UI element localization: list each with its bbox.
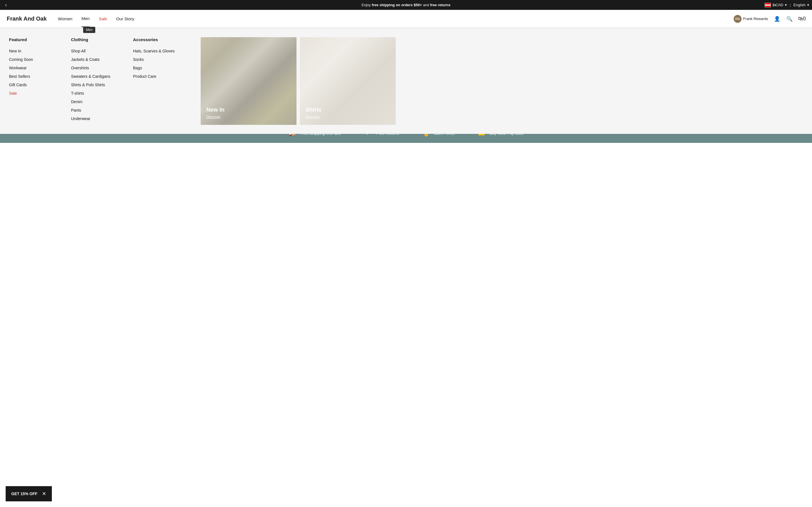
menu-item-bags[interactable]: Bags [133, 66, 189, 70]
currency-language-selector[interactable]: $ CAD ▾ | English ▾ [765, 3, 809, 7]
menu-item-product-care[interactable]: Product Care [133, 74, 189, 78]
new-in-label: New In Discover [206, 107, 224, 119]
cart-icon[interactable]: 🛍 0 [799, 15, 805, 22]
nav-item-sale[interactable]: Sale [99, 11, 107, 27]
menu-item-overshirts[interactable]: Overshirts [71, 66, 127, 70]
menu-item-denim[interactable]: Denim [71, 100, 127, 104]
frank-rewards-button[interactable]: FO Frank Rewards [734, 15, 768, 23]
language-label[interactable]: English [794, 3, 806, 7]
menu-item-workwear[interactable]: Workwear [9, 66, 65, 70]
menu-item-best-sellers[interactable]: Best Sellers [9, 74, 65, 78]
menu-col-featured: Featured New In Coming Soon Workwear Bes… [9, 37, 71, 125]
menu-item-gift-cards[interactable]: Gift Cards [9, 82, 65, 87]
menu-item-underwear[interactable]: Underwear [71, 116, 127, 121]
language-chevron-icon: ▾ [807, 3, 809, 7]
menu-item-hats[interactable]: Hats, Scarves & Gloves [133, 49, 189, 53]
main-nav: Women Men Sale Our Story [58, 10, 734, 27]
account-icon[interactable]: 👤 [774, 15, 780, 22]
new-in-title: New In [206, 107, 224, 113]
announcement-prev-button[interactable]: ‹ [3, 1, 9, 9]
shirts-discover[interactable]: Discover [305, 115, 320, 119]
header-right: FO Frank Rewards 👤 🔍 🛍 0 [734, 15, 805, 23]
cart-count: 0 [803, 16, 806, 22]
menu-item-new-in[interactable]: New In [9, 49, 65, 53]
menu-accessories-title: Accessories [133, 37, 189, 43]
announcement-bold2: free returns [430, 3, 450, 7]
announcement-bar: ‹ Enjoy free shipping on orders $50+ and… [0, 0, 812, 10]
menu-item-coming-soon[interactable]: Coming Soon [9, 57, 65, 62]
menu-col-clothing: Clothing Shop All Jackets & Coats Oversh… [71, 37, 133, 125]
rewards-icon: FO [734, 15, 742, 23]
menu-featured-title: Featured [9, 37, 65, 43]
menu-item-shirts-polo[interactable]: Shirts & Polo Shirts [71, 82, 127, 87]
menu-image-new-in[interactable]: New In Discover [201, 37, 296, 125]
search-icon[interactable]: 🔍 [786, 15, 793, 22]
menu-image-cards: New In Discover Shirts Discover [201, 37, 803, 125]
shirts-label: Shirts Discover [305, 107, 322, 119]
header-wrapper: Frank And Oak Women Men Sale Our Story F… [0, 10, 812, 28]
chevron-down-icon: ▾ [785, 3, 787, 7]
menu-item-sweaters-cardigans[interactable]: Sweaters & Cardigans [71, 74, 127, 78]
menu-item-jackets-coats[interactable]: Jackets & Coats [71, 57, 127, 62]
nav-item-women[interactable]: Women [58, 11, 72, 27]
menu-item-pants[interactable]: Pants [71, 108, 127, 112]
header: Frank And Oak Women Men Sale Our Story F… [0, 10, 812, 28]
menu-col-accessories: Accessories Hats, Scarves & Gloves Socks… [133, 37, 195, 125]
nav-item-men[interactable]: Men [81, 10, 90, 27]
canada-flag-icon [765, 3, 771, 7]
new-in-discover[interactable]: Discover [206, 115, 221, 119]
announcement-text: Enjoy free shipping on orders $50+ and f… [362, 3, 450, 7]
mega-menu: Featured New In Coming Soon Workwear Bes… [0, 28, 812, 134]
shirts-title: Shirts [305, 107, 322, 113]
menu-item-socks[interactable]: Socks [133, 57, 189, 62]
menu-item-tshirts[interactable]: T-shirts [71, 91, 127, 96]
menu-clothing-title: Clothing [71, 37, 127, 43]
menu-item-sale[interactable]: Sale [9, 91, 65, 96]
announcement-bold1: free shipping on orders $50+ [372, 3, 422, 7]
currency-label[interactable]: $ CAD [772, 3, 783, 7]
menu-item-shop-all[interactable]: Shop All [71, 49, 127, 53]
menu-image-shirts[interactable]: Shirts Discover [300, 37, 396, 125]
nav-item-our-story[interactable]: Our Story [116, 11, 134, 27]
site-logo[interactable]: Frank And Oak [7, 15, 47, 22]
rewards-label: Frank Rewards [743, 17, 768, 21]
